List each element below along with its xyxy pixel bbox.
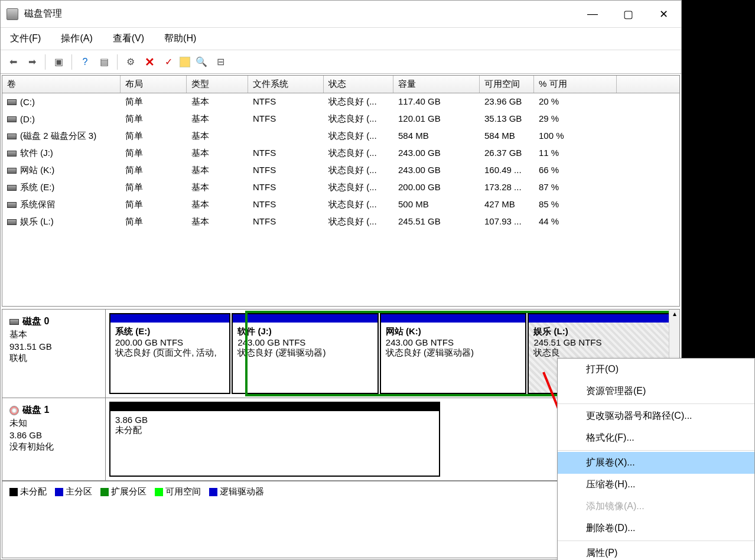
close-button[interactable]: ✕ xyxy=(646,1,681,27)
separator xyxy=(71,54,72,70)
help-icon[interactable]: ? xyxy=(77,54,93,70)
toolbar: ⬅ ➡ ▣ ? ▤ ⚙ ✕ ✓ 🔍 ⊟ xyxy=(1,50,681,74)
col-layout[interactable]: 布局 xyxy=(121,76,187,93)
table-row[interactable]: (C:)简单基本NTFS状态良好 (...117.40 GB23.96 GB20… xyxy=(2,93,679,110)
table-row[interactable]: (磁盘 2 磁盘分区 3)简单基本状态良好 (...584 MB584 MB10… xyxy=(2,128,679,145)
maximize-button[interactable]: ▢ xyxy=(610,1,646,27)
cd-icon xyxy=(9,406,19,415)
menu-explorer[interactable]: 资源管理器(E) xyxy=(558,380,754,402)
menu-view[interactable]: 查看(V) xyxy=(109,30,148,47)
check-icon[interactable]: ✓ xyxy=(161,54,176,70)
menu-properties[interactable]: 属性(P) xyxy=(558,542,754,560)
separator xyxy=(45,54,45,70)
menu-add-mirror: 添加镜像(A)... xyxy=(558,496,754,517)
table-row[interactable]: (D:)简单基本NTFS状态良好 (...120.01 GB35.13 GB29… xyxy=(2,110,679,128)
partition-e[interactable]: 系统 (E:) 200.00 GB NTFS 状态良好 (页面文件, 活动, xyxy=(109,313,230,394)
app-icon xyxy=(6,8,18,20)
col-volume[interactable]: 卷 xyxy=(2,76,121,93)
table-row[interactable]: 系统 (E:)简单基本NTFS状态良好 (...200.00 GB173.28 … xyxy=(2,179,679,196)
context-menu: 打开(O) 资源管理器(E) 更改驱动器号和路径(C)... 格式化(F)...… xyxy=(557,358,755,560)
separator xyxy=(117,54,118,70)
col-fs[interactable]: 文件系统 xyxy=(248,76,324,93)
delete-icon[interactable]: ✕ xyxy=(142,54,157,70)
partition-unallocated[interactable]: 3.86 GB 未分配 xyxy=(109,402,440,477)
col-status[interactable]: 状态 xyxy=(324,76,393,93)
forward-button[interactable]: ➡ xyxy=(24,54,40,70)
column-headers: 卷 布局 类型 文件系统 状态 容量 可用空间 % 可用 xyxy=(2,76,679,93)
menu-extend-volume[interactable]: 扩展卷(X)... xyxy=(558,452,754,474)
disk-info-1[interactable]: 磁盘 1 未知 3.86 GB 没有初始化 xyxy=(2,398,106,480)
menu-format[interactable]: 格式化(F)... xyxy=(558,427,754,449)
table-row[interactable]: 软件 (J:)简单基本NTFS状态良好 (...243.00 GB26.37 G… xyxy=(2,145,679,162)
menu-help[interactable]: 帮助(H) xyxy=(161,30,200,47)
menu-file[interactable]: 文件(F) xyxy=(6,30,44,47)
menu-delete-volume[interactable]: 删除卷(D)... xyxy=(558,517,754,539)
disk-icon xyxy=(9,319,19,325)
col-type[interactable]: 类型 xyxy=(187,76,248,93)
table-row[interactable]: 系统保留简单基本NTFS状态良好 (...500 MB427 MB85 % xyxy=(2,196,679,213)
menu-shrink-volume[interactable]: 压缩卷(H)... xyxy=(558,474,754,496)
titlebar: 磁盘管理 — ▢ ✕ xyxy=(1,1,681,28)
menu-change-letter[interactable]: 更改驱动器号和路径(C)... xyxy=(558,405,754,427)
window-title: 磁盘管理 xyxy=(24,8,575,20)
search-icon[interactable]: 🔍 xyxy=(194,54,209,70)
volume-rows: (C:)简单基本NTFS状态良好 (...117.40 GB23.96 GB20… xyxy=(2,93,679,306)
minimize-button[interactable]: — xyxy=(575,1,610,27)
col-free[interactable]: 可用空间 xyxy=(480,76,534,93)
show-hide-console-icon[interactable]: ▣ xyxy=(51,54,66,70)
volume-list: 卷 布局 类型 文件系统 状态 容量 可用空间 % 可用 (C:)简单基本NTF… xyxy=(2,75,680,307)
new-icon[interactable] xyxy=(180,57,190,67)
menu-open[interactable]: 打开(O) xyxy=(558,359,754,380)
table-row[interactable]: 娱乐 (L:)简单基本NTFS状态良好 (...245.51 GB107.93 … xyxy=(2,213,679,230)
menu-action[interactable]: 操作(A) xyxy=(57,30,96,47)
col-pctfree[interactable]: % 可用 xyxy=(534,76,617,93)
disk-info-0[interactable]: 磁盘 0 基本 931.51 GB 联机 xyxy=(2,310,106,398)
col-capacity[interactable]: 容量 xyxy=(393,76,480,93)
properties-icon[interactable]: ⊟ xyxy=(213,54,228,70)
back-button[interactable]: ⬅ xyxy=(5,54,21,70)
view-icon[interactable]: ▤ xyxy=(96,54,112,70)
settings-icon[interactable]: ⚙ xyxy=(123,54,138,70)
table-row[interactable]: 网站 (K:)简单基本NTFS状态良好 (...243.00 GB160.49 … xyxy=(2,162,679,179)
menubar: 文件(F) 操作(A) 查看(V) 帮助(H) xyxy=(1,28,681,50)
